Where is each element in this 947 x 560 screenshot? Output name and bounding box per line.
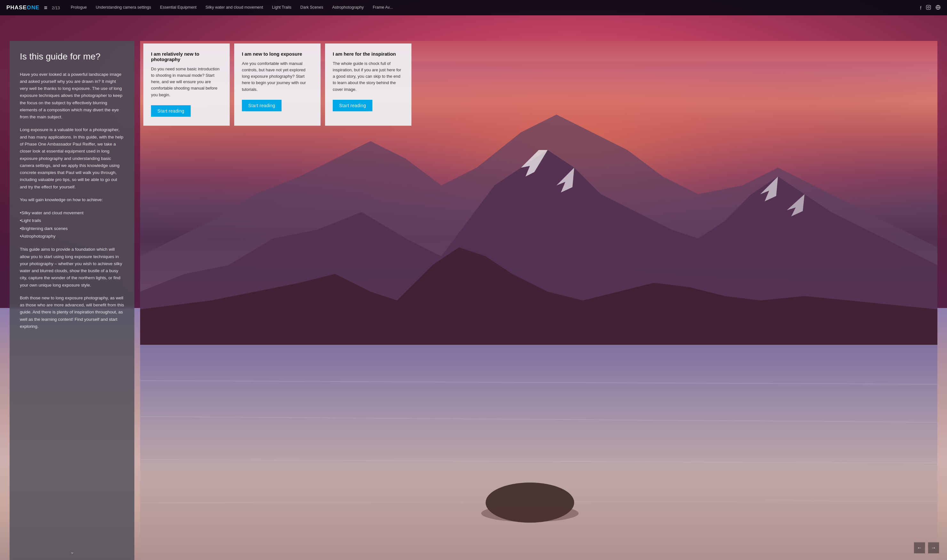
nav-items: Prologue Understanding camera settings E… xyxy=(66,0,920,15)
landscape-bottom xyxy=(140,345,938,560)
card-1-title: I am relatively new to photography xyxy=(151,51,222,62)
paragraph-3: You will gain knowledge on how to achiev… xyxy=(20,196,124,203)
card-3-body: The whole guide is chock full of inspira… xyxy=(333,60,404,93)
card-1-start-reading-button[interactable]: Start reading xyxy=(151,105,191,117)
card-inspiration: I am here for the inspiration The whole … xyxy=(325,43,411,126)
card-1-body: Do you need some basic introduction to s… xyxy=(151,66,222,98)
nav-item-equipment[interactable]: Essential Equipment xyxy=(156,0,201,15)
card-new-to-photography: I am relatively new to photography Do yo… xyxy=(143,43,230,126)
paragraph-4: This guide aims to provide a foundation … xyxy=(20,246,124,289)
nav-item-camera-settings[interactable]: Understanding camera settings xyxy=(91,0,156,15)
prev-arrow-button[interactable]: ← xyxy=(914,542,925,554)
page-count: 2/13 xyxy=(52,5,60,10)
logo[interactable]: PHASEONE xyxy=(6,5,39,11)
card-2-start-reading-button[interactable]: Start reading xyxy=(242,100,282,111)
water-reflections xyxy=(140,345,938,560)
nav-item-astrophotography[interactable]: Astrophotography xyxy=(328,0,368,15)
svg-point-1 xyxy=(927,6,929,8)
nav-item-light-trails[interactable]: Light Trails xyxy=(268,0,296,15)
next-arrow-button[interactable]: → xyxy=(928,542,939,554)
left-panel: Is this guide for me? Have you ever look… xyxy=(9,41,134,560)
bullet-list: •Silky water and cloud movement •Light t… xyxy=(20,209,124,240)
paragraph-1: Have you ever looked at a powerful lands… xyxy=(20,71,124,121)
nav-arrows: ← → xyxy=(914,542,939,554)
nav-item-prologue[interactable]: Prologue xyxy=(66,0,91,15)
paragraph-5: Both those new to long exposure photogra… xyxy=(20,295,124,330)
svg-rect-7 xyxy=(140,345,938,560)
logo-text: PHASEONE xyxy=(6,5,39,11)
social-icons: f xyxy=(920,5,941,11)
svg-rect-0 xyxy=(926,5,930,9)
nav-item-frame-av[interactable]: Frame Av... xyxy=(368,0,397,15)
facebook-icon[interactable]: f xyxy=(920,5,921,11)
card-2-title: I am new to long exposure xyxy=(242,51,313,57)
main-content: Is this guide for me? Have you ever look… xyxy=(0,15,947,560)
svg-point-2 xyxy=(929,6,930,6)
nav-item-silky-water[interactable]: Silky water and cloud movement xyxy=(201,0,268,15)
scroll-down-indicator: ⌄ xyxy=(70,549,74,555)
panel-title: Is this guide for me? xyxy=(20,51,124,62)
card-2-body: Are you comfortable with manual controls… xyxy=(242,60,313,93)
landscape-area: I am relatively new to photography Do yo… xyxy=(140,41,938,560)
card-new-to-long-exposure: I am new to long exposure Are you comfor… xyxy=(234,43,320,126)
nav-item-dark-scenes[interactable]: Dark Scenes xyxy=(296,0,328,15)
svg-point-13 xyxy=(481,505,579,522)
navbar: PHASEONE ≡ 2/13 Prologue Understanding c… xyxy=(0,0,947,15)
instagram-icon[interactable] xyxy=(926,5,931,11)
hamburger-menu-icon[interactable]: ≡ xyxy=(44,5,47,11)
card-3-title: I am here for the inspiration xyxy=(333,51,404,57)
card-3-start-reading-button[interactable]: Start reading xyxy=(333,100,373,111)
paragraph-2: Long exposure is a valuable tool for a p… xyxy=(20,126,124,190)
globe-icon[interactable] xyxy=(935,5,941,11)
